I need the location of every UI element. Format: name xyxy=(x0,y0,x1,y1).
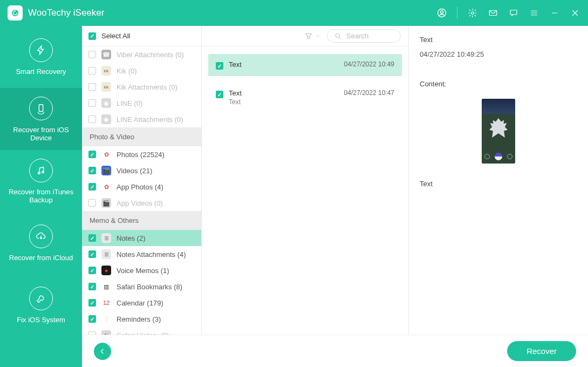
select-all-label: Select All xyxy=(101,32,130,40)
category-icon: ✿ xyxy=(101,149,111,159)
category-checkbox[interactable] xyxy=(88,299,96,307)
search-input[interactable] xyxy=(346,32,394,40)
category-item[interactable]: 🎬Videos (21) xyxy=(82,162,201,179)
category-checkbox[interactable] xyxy=(88,283,96,290)
note-row[interactable]: TextText04/27/2022 10:47 xyxy=(208,83,402,112)
items-toolbar xyxy=(202,26,408,46)
category-checkbox[interactable] xyxy=(88,267,96,274)
category-item[interactable]: ▥Safari Bookmarks (8) xyxy=(82,278,201,295)
nav-label: Recover from iTunes Backup xyxy=(6,188,76,204)
note-checkbox[interactable] xyxy=(216,62,223,70)
search-box[interactable] xyxy=(327,29,401,43)
category-item[interactable]: 12Calendar (179) xyxy=(82,295,201,311)
music-note-icon xyxy=(29,159,53,182)
category-item[interactable]: ◉LINE (0) xyxy=(82,95,201,111)
mail-icon[interactable] xyxy=(488,8,498,18)
category-icon: ⋮ xyxy=(101,314,111,324)
category-item[interactable]: kikKik Attachments (0) xyxy=(82,79,201,95)
filter-button[interactable] xyxy=(304,32,320,40)
category-label: Photos (22524) xyxy=(117,151,165,159)
svg-rect-6 xyxy=(39,104,43,111)
category-checkbox[interactable] xyxy=(88,167,96,174)
search-icon xyxy=(334,32,342,40)
feedback-icon[interactable] xyxy=(508,8,519,18)
category-label: App Videos (0) xyxy=(117,199,163,207)
category-icon: 🎬 xyxy=(101,166,111,175)
phone-refresh-icon xyxy=(29,97,53,120)
note-title: Text xyxy=(229,89,339,97)
cloud-download-icon xyxy=(29,225,53,248)
category-checkbox[interactable] xyxy=(88,99,96,107)
category-label: LINE (0) xyxy=(117,99,142,107)
category-list[interactable]: ☎Viber Attachments (0)kikKik (0)kikKik A… xyxy=(82,46,201,335)
category-item[interactable]: ◐Safari History (0) xyxy=(82,327,201,335)
category-icon: ◉ xyxy=(101,98,111,108)
category-label: Voice Memos (1) xyxy=(117,267,169,275)
lightning-icon xyxy=(29,38,53,62)
category-checkbox[interactable] xyxy=(88,83,96,91)
nav-recover-icloud[interactable]: Recover from iCloud xyxy=(0,212,82,274)
select-all-row[interactable]: Select All xyxy=(82,26,201,46)
category-item[interactable]: ●Voice Memos (1) xyxy=(82,262,201,278)
category-label: Kik (0) xyxy=(117,67,137,75)
svg-point-9 xyxy=(336,33,340,38)
category-checkbox[interactable] xyxy=(88,51,96,58)
svg-rect-4 xyxy=(489,11,497,16)
category-icon: ◐ xyxy=(101,330,111,335)
detail-attachment-image[interactable] xyxy=(482,99,515,164)
category-label: App Photos (4) xyxy=(117,183,163,191)
nav-fix-ios[interactable]: Fix iOS System xyxy=(0,274,82,336)
category-icon: ☎ xyxy=(101,50,111,59)
category-section-header: Photo & Video xyxy=(82,127,201,146)
note-list: Text04/27/2022 10:49TextText04/27/2022 1… xyxy=(202,46,408,120)
nav-label: Recover from iOS Device xyxy=(6,126,76,142)
category-section-header: Memo & Others xyxy=(82,211,201,230)
detail-title: Text xyxy=(420,36,577,44)
minimize-icon[interactable] xyxy=(549,8,560,18)
category-item[interactable]: ⋮Reminders (3) xyxy=(82,311,201,327)
category-item[interactable]: ✿App Photos (4) xyxy=(82,179,201,195)
nav-smart-recovery[interactable]: Smart Recovery xyxy=(0,26,82,88)
category-item[interactable]: ✿Photos (22524) xyxy=(82,146,201,162)
svg-point-7 xyxy=(38,172,40,174)
category-label: LINE Attachments (0) xyxy=(117,115,183,124)
category-checkbox[interactable] xyxy=(88,67,96,74)
nav-recover-itunes[interactable]: Recover from iTunes Backup xyxy=(0,150,82,212)
svg-point-8 xyxy=(42,171,44,173)
category-label: Calendar (179) xyxy=(117,299,163,307)
category-item[interactable]: ☎Viber Attachments (0) xyxy=(82,46,201,63)
category-icon: ▥ xyxy=(101,282,111,291)
category-checkbox[interactable] xyxy=(88,151,96,158)
back-button[interactable] xyxy=(94,343,111,360)
category-checkbox[interactable] xyxy=(88,315,96,323)
category-label: Reminders (3) xyxy=(117,315,161,323)
category-checkbox[interactable] xyxy=(88,234,96,242)
category-checkbox[interactable] xyxy=(88,250,96,258)
items-column: Text04/27/2022 10:49TextText04/27/2022 1… xyxy=(202,26,409,335)
detail-content-label: Content: xyxy=(420,80,577,88)
detail-body-text: Text xyxy=(420,180,577,188)
category-checkbox[interactable] xyxy=(88,199,96,207)
category-label: Notes (2) xyxy=(117,234,145,242)
note-row[interactable]: Text04/27/2022 10:49 xyxy=(208,54,402,76)
category-icon: kik xyxy=(101,82,111,92)
settings-icon[interactable] xyxy=(467,8,478,18)
account-icon[interactable] xyxy=(436,8,447,18)
category-item[interactable]: ≣Notes (2) xyxy=(82,230,201,246)
note-checkbox[interactable] xyxy=(216,91,223,98)
select-all-checkbox[interactable] xyxy=(88,32,96,40)
recover-button[interactable]: Recover xyxy=(507,341,576,361)
svg-rect-5 xyxy=(510,10,517,15)
note-title: Text xyxy=(229,60,339,69)
menu-icon[interactable] xyxy=(529,8,539,18)
category-checkbox[interactable] xyxy=(88,183,96,191)
category-item[interactable]: ◉LINE Attachments (0) xyxy=(82,111,201,127)
category-checkbox[interactable] xyxy=(88,115,96,123)
close-icon[interactable] xyxy=(570,8,580,18)
category-label: Notes Attachments (4) xyxy=(117,250,186,259)
nav-recover-ios-device[interactable]: Recover from iOS Device xyxy=(0,88,82,150)
filter-icon xyxy=(304,32,313,40)
category-item[interactable]: kikKik (0) xyxy=(82,63,201,79)
category-item[interactable]: 🎬App Videos (0) xyxy=(82,195,201,211)
category-item[interactable]: ≣Notes Attachments (4) xyxy=(82,246,201,262)
